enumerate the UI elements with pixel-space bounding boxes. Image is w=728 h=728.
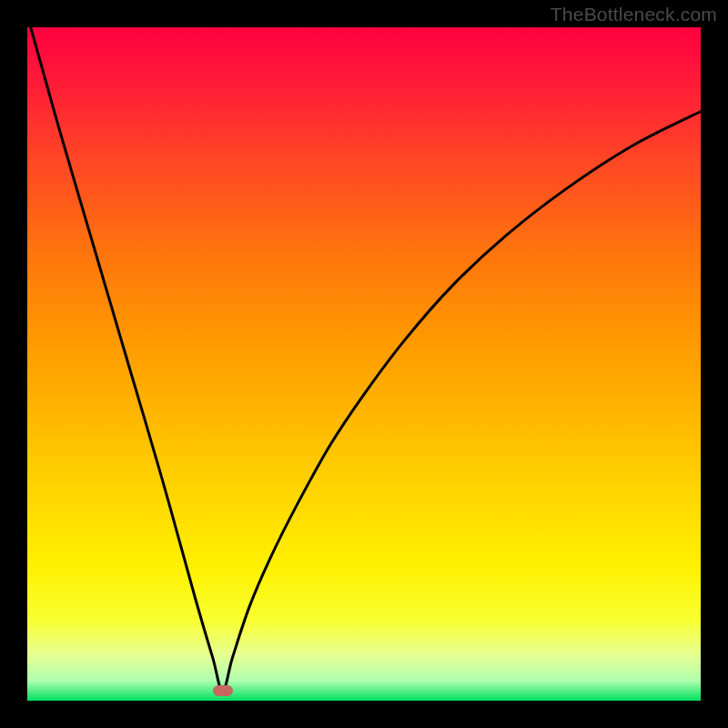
bottleneck-curve <box>27 27 701 701</box>
plot-area <box>27 27 701 701</box>
minimum-marker <box>213 685 233 696</box>
watermark-text: TheBottleneck.com <box>551 4 717 25</box>
